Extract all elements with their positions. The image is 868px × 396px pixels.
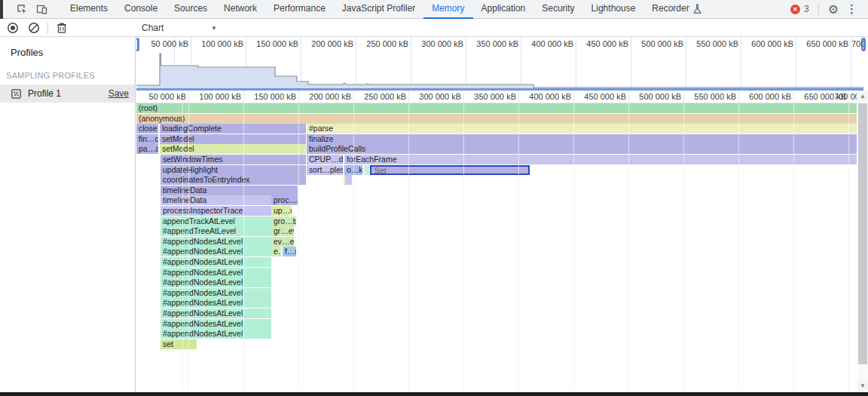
vertical-scrollbar[interactable]: ▲ ▼ [857, 91, 868, 392]
flame-row: timelineData [136, 186, 857, 195]
flame-bar-cpup-del[interactable]: CPUP…del [307, 155, 343, 164]
flame-bar-o-k[interactable]: o…k [344, 165, 362, 175]
overview-axis-label: 450 000 kB [586, 39, 628, 48]
tab-memory[interactable]: Memory [423, 0, 472, 19]
divider [818, 3, 819, 15]
flask-icon [693, 4, 701, 14]
flame-bar-sort-ples[interactable]: sort…ples [307, 165, 343, 175]
flame-bar--anonymous-[interactable]: (anonymous) [136, 114, 857, 124]
inspect-element-icon[interactable] [15, 2, 29, 16]
save-profile-link[interactable]: Save [108, 88, 129, 99]
ruler-axis-label: 500 000 kB [639, 92, 681, 101]
flame-bar--root-[interactable]: (root) [136, 103, 857, 113]
delete-profile-trash-icon[interactable] [55, 21, 69, 35]
flame-bar-e-[interactable]: e… [271, 247, 281, 256]
flame-chart[interactable]: (root)(anonymous)closeloadingComplete#pa… [136, 103, 857, 392]
scrollbar-thumb[interactable] [858, 103, 867, 364]
flame-bar-setmodel[interactable]: setModel [160, 144, 306, 154]
tab-label: Application [481, 3, 526, 14]
tab-javascript-profiler[interactable]: JavaScript Profiler [334, 0, 423, 19]
flame-row: #appendNodesAtLevel [136, 288, 857, 298]
flame-bar-appendtrackatlevel[interactable]: appendTrackAtLevel [160, 216, 271, 226]
flame-bar--appendtreeatlevel[interactable]: #appendTreeAtLevel [160, 226, 271, 236]
overview-axis-label: 700 000 kB [851, 39, 863, 48]
device-toolbar-icon[interactable] [35, 2, 48, 16]
flame-bar--appendnodesatlevel[interactable]: #appendNodesAtLevel [160, 278, 271, 287]
flame-bar-timelinedata[interactable]: timelineData [160, 195, 271, 205]
divider [47, 22, 48, 34]
flame-bar--appendnodesatlevel[interactable]: #appendNodesAtLevel [160, 247, 271, 256]
panel-tabs: ElementsConsoleSourcesNetworkPerformance… [62, 0, 710, 19]
flame-bar--appendnodesatlevel[interactable]: #appendNodesAtLevel [160, 288, 271, 298]
flame-bar-timelinedata[interactable]: timelineData [160, 186, 298, 195]
flame-bar-foreachframe[interactable]: forEachFrame [344, 155, 857, 164]
ruler-axis-label: 200 000 kB [309, 92, 351, 101]
profiles-heading: Profiles [0, 37, 135, 58]
flame-bar-finalize[interactable]: finalize [307, 134, 857, 144]
flame-bar--appendnodesatlevel[interactable]: #appendNodesAtLevel [160, 309, 271, 318]
flame-bar--appendnodesatlevel[interactable]: #appendNodesAtLevel [160, 319, 271, 329]
window-bottom-edge [0, 392, 868, 396]
tab-network[interactable]: Network [215, 0, 265, 19]
clear-profiles-button[interactable] [27, 21, 41, 35]
profile-name: Profile 1 [28, 88, 108, 99]
flame-bar-f-r[interactable]: f…r [283, 247, 296, 256]
tab-console[interactable]: Console [116, 0, 166, 19]
flame-bar-gro-ts[interactable]: gro…ts [271, 216, 296, 226]
profile-item-profile-1[interactable]: Profile 1 Save [0, 84, 135, 103]
flame-bar-set[interactable]: set [160, 339, 197, 349]
flame-bar-fin-ce[interactable]: fin…ce [136, 134, 158, 144]
flame-bar--appendnodesatlevel[interactable]: #appendNodesAtLevel [160, 268, 271, 278]
error-count-badge[interactable]: ✕ 3 [790, 4, 809, 14]
tab-performance[interactable]: Performance [265, 0, 334, 19]
flame-bar-fragment[interactable] [345, 175, 352, 185]
flame-bar-set[interactable]: Set [370, 165, 530, 175]
flame-bar-proc-ata[interactable]: proc…ata [271, 195, 298, 205]
flame-row: #appendNodesAtLevel [136, 257, 857, 267]
ruler-axis-label: 700 000 kB [834, 92, 857, 101]
flame-bar-pa-at[interactable]: pa…at [136, 144, 158, 154]
flame-bar-close[interactable]: close [136, 124, 158, 134]
flame-row: #appendNodesAtLevel [136, 278, 857, 287]
ruler-axis-label: 450 000 kB [584, 92, 626, 101]
overview-left-handle[interactable] [136, 38, 139, 51]
flame-bar-setwindowtimes[interactable]: setWindowTimes [160, 155, 306, 164]
scroll-up-icon[interactable]: ▲ [857, 91, 868, 101]
scroll-down-icon[interactable]: ▼ [857, 380, 868, 391]
settings-gear-icon[interactable]: ⚙ [828, 2, 839, 17]
overview-axis-label: 600 000 kB [751, 39, 793, 48]
flame-bar--appendnodesatlevel[interactable]: #appendNodesAtLevel [160, 298, 271, 308]
overview-axis-label: 650 000 kB [806, 39, 848, 48]
view-mode-select[interactable]: Chart ▼ [142, 20, 220, 35]
flame-bar-coordinatestoentryindex[interactable]: coordinatesToEntryIndex [160, 175, 306, 185]
flame-bar-setmodel[interactable]: setModel [160, 134, 306, 144]
ruler-axis-label: 400 000 kB [529, 92, 571, 101]
flame-bar--appendnodesatlevel[interactable]: #appendNodesAtLevel [160, 329, 271, 339]
memory-chart-panel: 50 000 kB100 000 kB150 000 kB200 000 kB2… [136, 37, 868, 392]
flame-row: #appendNodesAtLevel [136, 298, 857, 308]
tab-lighthouse[interactable]: Lighthouse [583, 0, 644, 19]
more-options-icon[interactable]: ⋮ [846, 2, 857, 16]
record-heap-profile-button[interactable] [6, 21, 20, 35]
flame-bar--appendnodesatlevel[interactable]: #appendNodesAtLevel [160, 237, 271, 247]
flame-bar-updatehighlight[interactable]: updateHighlight [160, 165, 306, 175]
overview-axis-label: 500 000 kB [641, 39, 683, 48]
flame-row: #appendNodesAtLevel [136, 268, 857, 278]
flame-bar--appendnodesatlevel[interactable]: #appendNodesAtLevel [160, 257, 271, 267]
flame-bar-processinspectortrace[interactable]: processInspectorTrace [160, 206, 271, 216]
tab-security[interactable]: Security [533, 0, 582, 19]
flame-bar-ev-ew[interactable]: ev…ew [271, 237, 294, 247]
flame-bar-loadingcomplete[interactable]: loadingComplete [160, 124, 306, 134]
tab-sources[interactable]: Sources [166, 0, 215, 19]
memory-overview-chart[interactable]: 50 000 kB100 000 kB150 000 kB200 000 kB2… [136, 37, 868, 91]
flame-bar-gr-ew[interactable]: gr…ew [271, 226, 294, 236]
tab-recorder[interactable]: Recorder [643, 0, 709, 19]
flame-bar-buildprofilecalls[interactable]: buildProfileCalls [307, 144, 857, 154]
tab-elements[interactable]: Elements [62, 0, 116, 19]
tab-application[interactable]: Application [473, 0, 534, 19]
flame-bar-up-up[interactable]: up…up [271, 206, 292, 216]
flame-bar-fragment[interactable] [364, 165, 369, 175]
flame-bar--parse[interactable]: #parse [307, 124, 857, 134]
tab-label: JavaScript Profiler [342, 3, 415, 14]
tab-label: Recorder [652, 3, 689, 14]
